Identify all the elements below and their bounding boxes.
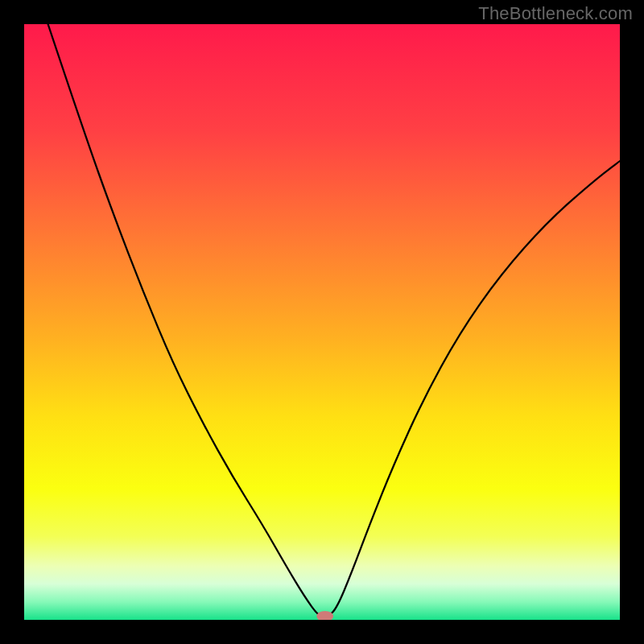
chart-plot-area bbox=[24, 24, 620, 620]
chart-outer-frame: TheBottleneck.com bbox=[0, 0, 644, 644]
watermark-text: TheBottleneck.com bbox=[478, 3, 633, 24]
chart-background bbox=[24, 24, 620, 620]
chart-svg bbox=[24, 24, 620, 620]
